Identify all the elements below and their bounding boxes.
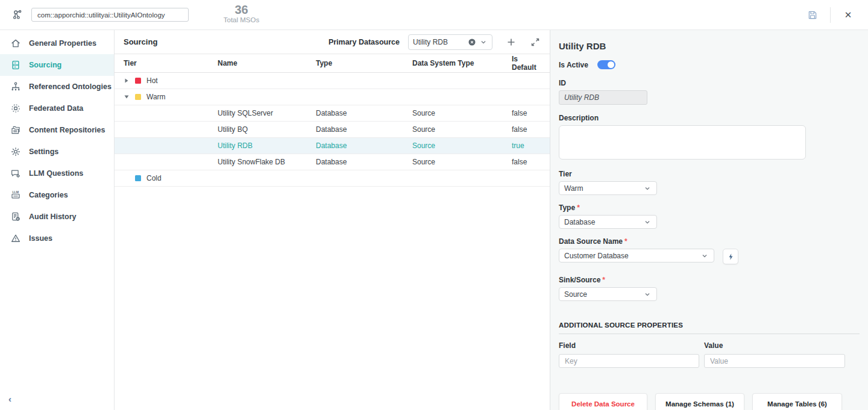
home-icon <box>10 38 21 49</box>
cell-is-default: false <box>512 158 541 166</box>
sidebar-item-label: Issues <box>29 234 52 243</box>
primary-datasource-select[interactable]: Utility RDB <box>408 34 492 50</box>
sidebar-item-label: Categories <box>29 191 68 199</box>
save-icon <box>807 10 818 20</box>
sidebar-item-audit-history[interactable]: Audit History <box>0 206 114 228</box>
table-row-utility-snowflake-db[interactable]: Utility SnowFlake DB Database Source fal… <box>115 154 550 170</box>
data-source-name-select[interactable]: Customer Database <box>559 249 714 262</box>
sidebar-item-label: Sourcing <box>29 61 61 69</box>
cell-is-default: false <box>512 109 541 117</box>
sidebar-item-label: Settings <box>29 148 58 156</box>
sidebar-collapse-button[interactable]: ‹ <box>6 391 14 406</box>
sidebar-item-label: General Properties <box>29 39 96 48</box>
tier-label: Tier <box>559 170 860 178</box>
cell-type: Database <box>316 141 412 150</box>
property-value-input[interactable] <box>704 354 845 368</box>
description-textarea[interactable] <box>559 125 806 160</box>
cell-name: Utility SnowFlake DB <box>218 158 316 166</box>
cell-is-default: true <box>512 141 541 150</box>
manage-schemas-button[interactable]: Manage Schemas (1) <box>655 393 744 410</box>
clear-icon[interactable] <box>468 38 476 46</box>
sidebar-item-label: Federated Data <box>29 104 83 113</box>
ontology-icon <box>10 81 21 92</box>
chat-gear-icon <box>10 168 21 179</box>
sourcing-icon <box>10 60 21 70</box>
column-header-type: Type <box>316 59 412 67</box>
sidebar-item-federated-data[interactable]: Federated Data <box>0 98 114 119</box>
audit-icon <box>10 211 21 222</box>
cell-type: Database <box>316 109 412 117</box>
sidebar-item-label: Referenced Ontologies <box>29 82 112 91</box>
close-button[interactable]: ✕ <box>839 6 857 24</box>
column-header-data-system-type: Data System Type <box>412 59 512 67</box>
chevron-down-icon <box>643 184 652 193</box>
ontology-graph-icon <box>11 8 24 22</box>
table-header-row: Tier Name Type Data System Type Is Defau… <box>115 54 550 73</box>
sidebar-item-label: LLM Questions <box>29 169 83 178</box>
sidebar-item-referenced-ontologies[interactable]: Referenced Ontologies <box>0 76 114 98</box>
tier-label: Cold <box>146 174 162 182</box>
table-row-utility-sqlserver[interactable]: Utility SQLServer Database Source false <box>115 105 550 122</box>
is-active-toggle[interactable] <box>597 60 615 69</box>
sidebar-item-label: Content Repositories <box>29 126 105 134</box>
sidebar-item-settings[interactable]: Settings <box>0 141 114 163</box>
sidebar-item-llm-questions[interactable]: LLM Questions <box>0 163 114 184</box>
table-row-tier-hot[interactable]: Hot <box>115 73 550 89</box>
expand-panel-button[interactable] <box>530 37 541 48</box>
table-row-utility-rdb[interactable]: Utility RDB Database Source true <box>115 138 550 154</box>
federated-icon <box>10 103 21 114</box>
sourcing-panel: Sourcing Primary Datasource Utility RDB <box>115 30 550 410</box>
property-key-input[interactable] <box>559 354 699 368</box>
cell-data-system-type: Source <box>412 109 512 117</box>
id-label: ID <box>559 79 860 87</box>
table-row-utility-bq[interactable]: Utility BQ Database Source false <box>115 122 550 138</box>
additional-properties-title: ADDITIONAL SOURCE PROPERTIES <box>559 321 860 334</box>
chevron-down-icon <box>700 252 709 260</box>
lightning-icon <box>727 253 735 261</box>
chevron-down-icon <box>479 38 488 46</box>
column-header-tier: Tier <box>124 59 218 67</box>
cell-data-system-type: Source <box>412 158 512 166</box>
svg-text:LLM: LLM <box>12 190 19 194</box>
id-input[interactable] <box>559 90 647 105</box>
sidebar-item-sourcing[interactable]: Sourcing <box>0 54 114 76</box>
datasource-detail-panel: Utility RDB Is Active ID Description Tie… <box>550 30 868 410</box>
mso-count-label: Total MSOs <box>216 16 267 23</box>
save-button[interactable] <box>804 6 822 24</box>
cell-name: Utility BQ <box>218 125 316 134</box>
sink-source-select[interactable]: Source <box>559 287 657 301</box>
primary-datasource-value: Utility RDB <box>413 38 465 46</box>
tier-select[interactable]: Warm <box>559 181 657 195</box>
required-marker: * <box>602 276 605 284</box>
gear-icon <box>10 146 21 157</box>
delete-data-source-button[interactable]: Delete Data Source <box>559 393 647 410</box>
mso-counter: 36 Total MSOs <box>216 3 267 23</box>
table-row-tier-cold[interactable]: Cold <box>115 170 550 187</box>
cell-type: Database <box>316 158 412 166</box>
tier-select-value: Warm <box>564 184 643 193</box>
expand-chevron-icon[interactable] <box>124 78 130 84</box>
sidebar: General Properties Sourcing <box>0 30 115 410</box>
cell-type: Database <box>316 125 412 134</box>
test-connection-button[interactable] <box>723 249 738 264</box>
manage-tables-button[interactable]: Manage Tables (6) <box>752 393 842 410</box>
sidebar-item-content-repositories[interactable]: Content Repositories <box>0 119 114 141</box>
chevron-down-icon <box>643 290 652 299</box>
column-header-is-default: Is Default <box>512 55 541 72</box>
sink-source-label: Sink/Source* <box>559 276 860 284</box>
add-datasource-button[interactable] <box>506 37 517 48</box>
table-row-tier-warm[interactable]: Warm <box>115 89 550 105</box>
plus-icon <box>506 37 517 48</box>
sidebar-item-categories[interactable]: LLM Categories <box>0 184 114 206</box>
detail-title: Utility RDB <box>559 41 860 51</box>
topbar-divider <box>830 7 831 23</box>
sink-source-select-value: Source <box>564 290 643 299</box>
ontology-id-input[interactable] <box>31 8 189 22</box>
sidebar-item-issues[interactable]: Issues <box>0 228 114 249</box>
collapse-chevron-icon[interactable] <box>124 94 130 100</box>
sidebar-item-general-properties[interactable]: General Properties <box>0 33 114 54</box>
warning-icon <box>10 233 21 244</box>
type-select[interactable]: Database <box>559 215 657 229</box>
type-select-value: Database <box>564 218 643 226</box>
tier-color-warm <box>135 94 141 100</box>
